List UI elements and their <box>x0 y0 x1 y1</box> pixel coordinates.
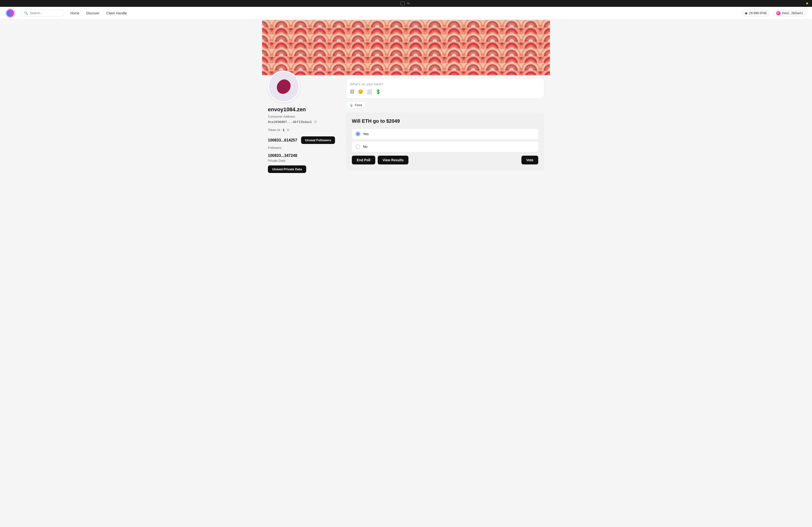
nav-discover[interactable]: Discover <box>86 11 99 15</box>
search-icon: 🔍 <box>24 11 28 15</box>
wallet-avatar <box>776 11 781 15</box>
poll-radio-no <box>356 144 360 149</box>
wallet-address: 0xe2...5bDaA1 <box>782 11 803 15</box>
search-input[interactable] <box>30 11 61 15</box>
nav-claim-handle[interactable]: Claim Handle <box>106 11 127 15</box>
nav-right: ◈ 29.999 tFHE 0xe2...5bDaA1 <box>741 9 806 17</box>
os-bar-label: 7h <box>407 2 410 5</box>
navbar: 🔍 Home Discover Claim Handle ◈ 29.999 tF… <box>0 7 812 19</box>
cover-pattern <box>262 19 550 76</box>
profile-left: envoy1084.zen Consumer Address: 0xe26968… <box>268 71 336 173</box>
page-content: 1 envoy1084.zen Consumer Address: 0xe269… <box>262 19 550 173</box>
followers-row: 100833...614257 Unseal Followers <box>268 136 336 144</box>
token-icon: ◈ <box>745 11 748 15</box>
dollar-tool-icon[interactable]: 💲 <box>376 89 381 94</box>
os-bar: 7h <box>0 0 812 7</box>
poll-card: Will ETH go to $2049 Yes No End Poll Vie… <box>346 113 544 170</box>
page-number: 1 <box>264 21 266 25</box>
token-id-value: 1 <box>283 128 285 132</box>
search-box[interactable]: 🔍 <box>20 10 64 17</box>
profile-address-label: Consumer Address: <box>268 115 336 118</box>
unseal-followers-button[interactable]: Unseal Followers <box>301 136 335 144</box>
token-id-label: Token Id: <box>268 128 281 132</box>
wallet-badge[interactable]: 0xe2...5bDaA1 <box>773 10 806 17</box>
profile-section: envoy1084.zen Consumer Address: 0xe26968… <box>262 71 550 173</box>
avatar-blob <box>275 78 292 95</box>
copy-token-id-button[interactable]: ⧉ <box>287 127 290 132</box>
profile-username: envoy1084.zen <box>268 106 336 113</box>
token-id-row: Token Id: 1 ⧉ <box>268 127 336 132</box>
app-logo[interactable] <box>6 9 15 18</box>
private-data-count: 100833...347248 <box>268 153 336 158</box>
gif-tool-icon[interactable]: ⬜ <box>367 89 372 94</box>
unseal-private-data-button[interactable]: Unseal Private Data <box>268 165 306 173</box>
feed-tab-label: Feed <box>355 103 362 107</box>
image-tool-icon[interactable]: 🖼 <box>350 89 354 94</box>
profile-right: What's on your mind? 🖼 🙂 ⬜ 💲 📡 Feed Will… <box>346 71 544 173</box>
window-icon <box>401 2 405 5</box>
poll-option-yes[interactable]: Yes <box>352 129 538 139</box>
poll-option-no-label: No <box>363 145 367 149</box>
avatar-container <box>268 71 300 102</box>
os-notification-dot <box>806 2 808 4</box>
os-bar-center: 7h <box>401 2 410 5</box>
cover-image: 1 <box>262 19 550 76</box>
token-balance-badge: ◈ 29.999 tFHE <box>741 9 770 17</box>
poll-radio-yes <box>356 132 360 136</box>
nav-links: Home Discover Claim Handle <box>70 11 736 15</box>
post-composer: What's on your mind? 🖼 🙂 ⬜ 💲 <box>346 78 544 99</box>
nav-home[interactable]: Home <box>70 11 79 15</box>
composer-placeholder[interactable]: What's on your mind? <box>350 82 540 86</box>
svg-rect-22 <box>262 20 550 75</box>
private-data-label: Private Data <box>268 159 336 162</box>
poll-actions: End Poll View Results Vote <box>352 156 538 164</box>
token-balance-value: 29.999 tFHE <box>749 11 767 15</box>
poll-option-no[interactable]: No <box>352 142 538 152</box>
profile-address-row: 0xe269688f...4bf15bdaa1 ⧉ <box>268 119 336 125</box>
poll-question: Will ETH go to $2049 <box>352 118 538 124</box>
end-poll-button[interactable]: End Poll <box>352 156 375 164</box>
composer-tools: 🖼 🙂 ⬜ 💲 <box>350 89 540 94</box>
view-results-button[interactable]: View Results <box>378 156 408 164</box>
vote-button[interactable]: Vote <box>521 156 538 164</box>
feed-tab-icon: 📡 <box>350 103 353 107</box>
followers-count: 100833...614257 <box>268 138 297 143</box>
copy-address-button[interactable]: ⧉ <box>314 119 317 125</box>
followers-label: Followers <box>268 146 336 149</box>
feed-tab[interactable]: 📡 Feed <box>346 102 366 108</box>
poll-option-yes-label: Yes <box>363 132 369 136</box>
profile-address: 0xe269688f...4bf15bdaa1 <box>268 120 312 124</box>
emoji-tool-icon[interactable]: 🙂 <box>358 89 363 94</box>
